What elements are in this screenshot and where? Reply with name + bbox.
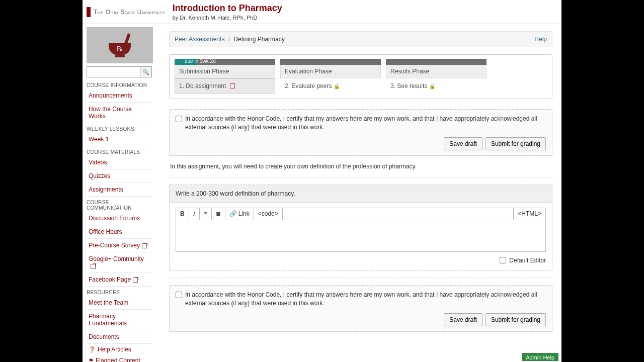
sidebar-section-head: COURSE MATERIALS bbox=[87, 149, 152, 155]
answer-editor[interactable] bbox=[176, 220, 546, 252]
sidebar: ℞ 🔍 COURSE INFORMATIONAnnouncementsHow t… bbox=[83, 24, 155, 362]
sidebar-mini-item[interactable]: ❓Help Articles bbox=[87, 344, 152, 355]
page-header: The Ohio State University Introduction t… bbox=[83, 0, 561, 24]
mortar-pestle-icon: ℞ bbox=[104, 32, 136, 58]
sidebar-section-head: WEEKLY LESSONS bbox=[87, 126, 152, 132]
question-prompt: Write a 200-300 word definition of pharm… bbox=[170, 185, 552, 203]
sidebar-item[interactable]: Google+ Community bbox=[87, 252, 152, 273]
phase-progress-bar bbox=[386, 59, 487, 65]
save-draft-button[interactable]: Save draft bbox=[444, 137, 482, 150]
honor-label[interactable]: In accordance with the Honor Code, I cer… bbox=[176, 115, 546, 132]
phase-progress-bar bbox=[280, 59, 381, 65]
sidebar-item[interactable]: Pharmacy Fundamentals bbox=[87, 310, 152, 330]
external-link-icon bbox=[91, 264, 96, 269]
step-indicator-icon bbox=[230, 83, 235, 88]
code-button[interactable]: <code> bbox=[254, 208, 283, 220]
sidebar-item[interactable]: Office Hours bbox=[87, 225, 152, 239]
sidebar-item[interactable]: Assignments bbox=[87, 183, 152, 197]
external-link-icon bbox=[133, 278, 138, 283]
save-draft-button[interactable]: Save draft bbox=[444, 313, 482, 326]
ul-button[interactable]: ≡ bbox=[200, 208, 212, 220]
breadcrumb-root[interactable]: Peer Assessments bbox=[175, 36, 224, 43]
lock-icon: 🔒 bbox=[334, 83, 340, 89]
link-icon: 🔗 bbox=[229, 210, 237, 217]
mini-icon: ❓ bbox=[89, 346, 96, 352]
honor-box-top: In accordance with the Honor Code, I cer… bbox=[169, 109, 552, 156]
course-byline: by Dr. Kenneth M. Hale, RPh, PhD bbox=[173, 15, 282, 21]
phase-column: due in 1wk 2dSubmission Phase1. Do assig… bbox=[175, 59, 275, 94]
default-editor-label: Default Editor bbox=[509, 257, 546, 264]
honor-box-bottom: In accordance with the Honor Code, I cer… bbox=[169, 285, 552, 332]
sidebar-item[interactable]: Facebook Page bbox=[87, 273, 152, 287]
phase-due: due in 1wk 2d bbox=[185, 58, 216, 64]
svg-rect-1 bbox=[115, 55, 125, 57]
honor-text: In accordance with the Honor Code, I cer… bbox=[185, 291, 546, 308]
sidebar-section-head: RESOURCES bbox=[87, 290, 152, 295]
sidebar-item[interactable]: Videos bbox=[87, 156, 152, 169]
toolbar-spacer bbox=[283, 208, 514, 220]
honor-label[interactable]: In accordance with the Honor Code, I cer… bbox=[176, 291, 546, 308]
admin-help-tab[interactable]: Admin Help bbox=[522, 353, 558, 361]
breadcrumb-current: Defining Pharmacy bbox=[233, 36, 284, 43]
bold-button[interactable]: B bbox=[176, 208, 189, 220]
university-name: The Ohio State University bbox=[94, 9, 166, 16]
university-logo: The Ohio State University bbox=[87, 7, 166, 17]
sidebar-item[interactable]: How the Course Works bbox=[87, 103, 152, 123]
honor-checkbox[interactable] bbox=[176, 116, 182, 122]
editor-toolbar: B I ≡ ≣ 🔗Link <code> <HTML> bbox=[176, 208, 546, 220]
link-button[interactable]: 🔗Link bbox=[225, 208, 254, 220]
sidebar-item[interactable]: Pre-Course Survey bbox=[87, 239, 152, 252]
assignment-instructions: In this assignment, you will need to cre… bbox=[169, 163, 552, 177]
sidebar-item[interactable]: Announcements bbox=[87, 89, 152, 103]
phase-title: Evaluation Phase bbox=[280, 65, 381, 78]
sidebar-mini-item[interactable]: ⚑Flagged Content bbox=[87, 355, 152, 362]
honor-checkbox[interactable] bbox=[176, 292, 182, 298]
sidebar-item[interactable]: Meet the Team bbox=[87, 296, 152, 310]
external-link-icon bbox=[142, 243, 147, 248]
phase-column: Evaluation Phase2. Evaluate peers🔒 bbox=[280, 59, 381, 94]
search-button[interactable]: 🔍 bbox=[140, 66, 152, 77]
search-row: 🔍 bbox=[87, 66, 152, 77]
sidebar-section-head: COURSE INFORMATION bbox=[87, 82, 152, 88]
phase-column: Results Phase3. See results🔒 bbox=[386, 59, 487, 94]
course-thumbnail: ℞ bbox=[87, 27, 153, 63]
search-input[interactable] bbox=[87, 66, 140, 77]
svg-text:℞: ℞ bbox=[117, 45, 123, 53]
course-title: Introduction to Pharmacy bbox=[173, 3, 282, 14]
phase-title: Results Phase bbox=[386, 65, 487, 78]
lock-icon: 🔒 bbox=[429, 83, 435, 89]
italic-button[interactable]: I bbox=[189, 208, 200, 220]
course-heading: Introduction to Pharmacy by Dr. Kenneth … bbox=[173, 3, 282, 21]
phase-progress-bar: due in 1wk 2d bbox=[175, 59, 275, 65]
divider bbox=[169, 278, 552, 278]
sidebar-item[interactable]: Documents bbox=[87, 330, 152, 344]
question-box: Write a 200-300 word definition of pharm… bbox=[169, 185, 552, 270]
html-button[interactable]: <HTML> bbox=[514, 208, 545, 220]
breadcrumb-sep: / bbox=[228, 36, 230, 43]
submit-button[interactable]: Submit for grading bbox=[486, 137, 546, 150]
ol-button[interactable]: ≣ bbox=[212, 208, 225, 220]
default-editor-checkbox[interactable] bbox=[500, 257, 506, 263]
submit-button[interactable]: Submit for grading bbox=[486, 313, 546, 326]
honor-text: In accordance with the Honor Code, I cer… bbox=[185, 115, 546, 132]
breadcrumb-bar: Peer Assessments / Defining Pharmacy Hel… bbox=[169, 31, 552, 47]
main-content: Peer Assessments / Defining Pharmacy Hel… bbox=[155, 24, 561, 362]
sidebar-section-head: COURSE COMMUNICATION bbox=[87, 200, 152, 211]
help-link[interactable]: Help bbox=[534, 36, 547, 43]
mini-icon: ⚑ bbox=[89, 357, 94, 362]
phase-box: due in 1wk 2dSubmission Phase1. Do assig… bbox=[169, 54, 552, 99]
phase-step: 2. Evaluate peers🔒 bbox=[280, 78, 381, 94]
breadcrumb: Peer Assessments / Defining Pharmacy bbox=[175, 36, 285, 43]
osu-block-icon bbox=[87, 7, 91, 17]
phase-step: 3. See results🔒 bbox=[386, 78, 487, 94]
search-icon: 🔍 bbox=[142, 69, 149, 75]
sidebar-item[interactable]: Discussion Forums bbox=[87, 212, 152, 225]
sidebar-item[interactable]: Quizzes bbox=[87, 169, 152, 183]
phase-title: Submission Phase bbox=[175, 65, 275, 78]
phase-step[interactable]: 1. Do assignment bbox=[175, 78, 275, 94]
sidebar-item[interactable]: Week 1 bbox=[87, 133, 152, 146]
